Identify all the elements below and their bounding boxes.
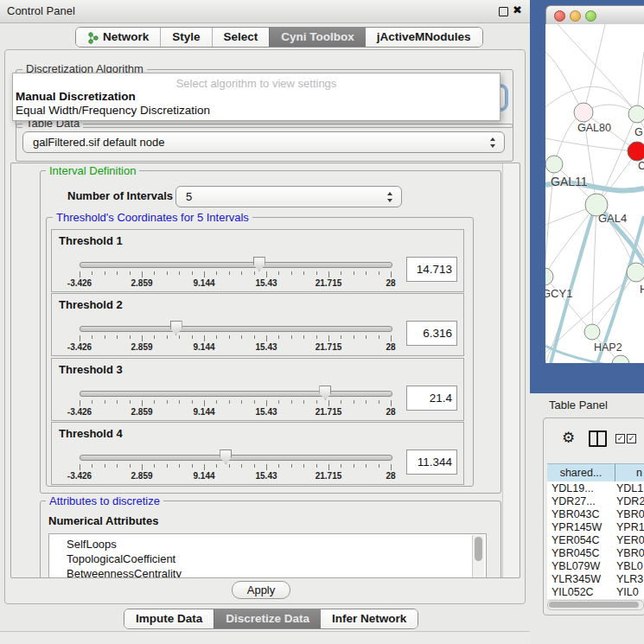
attribute-list-item[interactable]: TopologicalCoefficient	[67, 552, 175, 565]
threshold-slider-thumb[interactable]	[319, 386, 331, 400]
tab-cyni-toolbox[interactable]: Cyni Toolbox	[269, 28, 366, 47]
table-hscrollbar[interactable]	[547, 600, 644, 610]
threshold-value-field[interactable]: 6.316	[406, 321, 457, 346]
combobox-stepper-icon	[387, 192, 393, 202]
slider-tick-label: 28	[386, 278, 395, 288]
cell-name: YBL0	[616, 560, 643, 572]
node-label[interactable]: GAL80	[577, 122, 611, 134]
node-table[interactable]: YDL19...YDL1YDR27...YDR2YBR043CYBR0YPR14…	[547, 481, 644, 599]
node-label[interactable]: GCY1	[545, 287, 572, 300]
threshold-value-field[interactable]: 11.344	[406, 450, 457, 475]
list-scrollbar[interactable]	[472, 535, 484, 578]
close-panel-icon[interactable]: ✖	[513, 3, 522, 16]
threshold-slider-track[interactable]	[80, 391, 392, 397]
table-row[interactable]: YLR345WYLR3	[547, 573, 644, 586]
tab-impute-data[interactable]: Impute Data	[124, 609, 214, 628]
column-header-name[interactable]: n	[615, 463, 644, 482]
checkbox-icon[interactable]: ✓	[615, 434, 625, 443]
slider-tick-label: 15.43	[255, 407, 277, 417]
table-row[interactable]: YBR045CYBR0	[547, 547, 644, 560]
node-label[interactable]: GAL4	[598, 212, 627, 225]
table-row[interactable]: YDR27...YDR2	[547, 495, 644, 508]
slider-tick-label: 15.43	[255, 278, 277, 288]
attribute-list-item[interactable]: SelfLoops	[67, 538, 117, 551]
slider-tick	[328, 335, 329, 341]
checkbox-icon[interactable]: ✓	[627, 434, 636, 443]
interval-definition-title: Interval Definition	[46, 164, 139, 177]
table-row[interactable]: YDL19...YDL1	[547, 482, 644, 495]
network-window-titlebar[interactable]	[545, 5, 644, 26]
node-label[interactable]: G	[634, 126, 643, 138]
threshold-slider-track[interactable]	[80, 455, 392, 461]
slider-tick	[179, 335, 180, 339]
threshold-slider-thumb[interactable]	[253, 257, 265, 271]
float-panel-icon[interactable]	[499, 7, 508, 16]
slider-tick	[229, 271, 230, 275]
column-header-shared-name[interactable]: shared...	[547, 463, 615, 482]
threshold-slider-thumb[interactable]	[170, 321, 182, 335]
popup-option-equal-width[interactable]: Equal Width/Frequency Discretization	[16, 104, 210, 117]
node-label[interactable]: HAP2	[594, 341, 622, 354]
threshold-value-field[interactable]: 14.713	[406, 257, 457, 282]
tab-select[interactable]: Select	[212, 28, 270, 47]
slider-tick	[266, 400, 267, 406]
table-row[interactable]: YBR043CYBR0	[547, 508, 644, 521]
node-label[interactable]: GAL11	[551, 175, 588, 188]
slider-tick-label: 21.715	[316, 278, 342, 288]
network-canvas[interactable]: GAL80GCGAL11GAL4GCY1HHAP2	[545, 24, 644, 363]
slider-tick	[80, 464, 80, 470]
threshold-slider-track[interactable]	[80, 326, 392, 332]
table-row[interactable]: YPR145WYPR1	[547, 521, 644, 534]
slider-tick	[291, 335, 292, 339]
node-label[interactable]: C	[638, 160, 644, 172]
threshold-value-field[interactable]: 21.4	[406, 386, 457, 411]
tab-jactivemnodules[interactable]: jActiveMNodules	[366, 28, 482, 47]
slider-tick	[303, 271, 304, 275]
table-data-combobox[interactable]: galFiltered.sif default node	[22, 131, 505, 153]
slider-tick	[167, 335, 168, 339]
gear-icon[interactable]: ⚙	[562, 429, 575, 447]
slider-tick	[92, 464, 92, 468]
slider-tick-label: 9.144	[193, 278, 214, 288]
threshold-slider-thumb[interactable]	[220, 450, 232, 464]
slider-tick	[328, 271, 329, 277]
slider-tick-label: 9.144	[193, 407, 214, 417]
slider-tick	[204, 400, 205, 406]
threshold-slider-track[interactable]	[80, 262, 392, 268]
tab-network[interactable]: Network	[76, 28, 160, 47]
slider-tick	[316, 400, 317, 404]
cell-name: YLR3	[616, 573, 643, 585]
node-label[interactable]: H	[640, 283, 644, 296]
slider-tick	[80, 400, 80, 406]
slider-tick	[341, 400, 341, 404]
table-row[interactable]: YER054CYER0	[547, 534, 644, 547]
slider-tick	[278, 464, 279, 468]
slider-tick	[354, 464, 354, 468]
table-data-value: galFiltered.sif default node	[33, 132, 164, 152]
zoom-window-icon[interactable]	[585, 10, 596, 22]
tab-style[interactable]: Style	[160, 28, 211, 47]
cell-name: YIL0	[616, 586, 639, 598]
cell-name: YER0	[616, 534, 644, 546]
slider-tick	[216, 400, 217, 404]
table-hscrollbar-thumb[interactable]	[549, 602, 639, 608]
slider-tick-label: 9.144	[193, 471, 214, 481]
table-row[interactable]: YBL079WYBL0	[547, 560, 644, 573]
slider-tick	[117, 271, 118, 275]
apply-button[interactable]: Apply	[232, 581, 290, 599]
split-view-icon[interactable]	[589, 430, 607, 447]
tab-discretize-data[interactable]: Discretize Data	[214, 609, 321, 628]
cell-shared-name: YBR045C	[552, 547, 600, 559]
attribute-list-item[interactable]: BetweennessCentrality	[67, 567, 182, 578]
settings-scrollbar[interactable]	[502, 163, 519, 577]
slider-tick	[241, 271, 242, 275]
minimize-window-icon[interactable]	[570, 10, 581, 22]
cell-name: YDR2	[616, 495, 644, 507]
popup-option-manual-discretization[interactable]: Manual Discretization	[16, 90, 136, 103]
number-of-intervals-combobox[interactable]: 5	[175, 186, 402, 207]
numerical-attributes-list[interactable]: SelfLoopsTopologicalCoefficientBetweenne…	[48, 533, 487, 578]
tab-infer-network[interactable]: Infer Network	[321, 609, 418, 628]
slider-tick	[366, 400, 367, 404]
close-window-icon[interactable]	[554, 10, 565, 22]
table-row[interactable]: YIL052CYIL0	[547, 586, 644, 599]
